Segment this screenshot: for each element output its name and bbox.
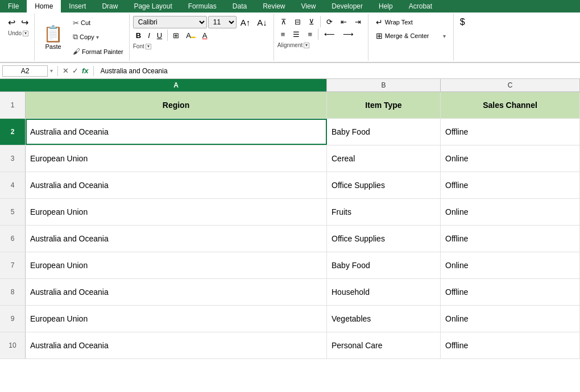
copy-button[interactable]: ⧉ Copy ▾	[71, 31, 126, 43]
align-divider2	[318, 28, 318, 40]
align-middle-button[interactable]: ⊟	[291, 16, 304, 27]
formula-bar-divider	[57, 66, 58, 76]
cell-a3[interactable]: European Union	[26, 145, 327, 172]
align-center-button[interactable]: ☰	[289, 29, 303, 40]
cell-b10[interactable]: Personal Care	[327, 332, 441, 358]
redo-button[interactable]: ↪	[19, 16, 31, 29]
cell-ref-dropdown-icon[interactable]: ▾	[50, 68, 53, 74]
merge-center-label: Merge & Center	[385, 32, 429, 39]
tab-review[interactable]: Review	[255, 0, 293, 12]
bold-button[interactable]: B	[133, 30, 144, 41]
font-name-select[interactable]: Calibri	[133, 16, 207, 28]
font-color-button[interactable]: A	[200, 30, 210, 41]
font-size-select[interactable]: 11	[208, 16, 237, 28]
cancel-icon[interactable]: ✕	[63, 66, 69, 75]
paste-button[interactable]: 📋 Paste	[38, 16, 68, 59]
align-left-button[interactable]: ≡	[277, 29, 289, 40]
cell-b6[interactable]: Office Supplies	[327, 226, 441, 252]
cell-a10[interactable]: Australia and Oceania	[26, 332, 327, 358]
cell-b9[interactable]: Vegetables	[327, 306, 441, 332]
confirm-icon[interactable]: ✓	[72, 66, 78, 75]
col-header-a[interactable]: A	[26, 79, 327, 91]
wrap-text-button[interactable]: ↵ Wrap Text	[372, 16, 450, 28]
cell-a9[interactable]: European Union	[26, 306, 327, 332]
tab-home[interactable]: Home	[27, 0, 61, 12]
formula-input[interactable]	[98, 66, 578, 76]
row-num-6: 6	[0, 226, 26, 252]
col-header-b[interactable]: B	[327, 79, 441, 91]
tab-view[interactable]: View	[293, 0, 324, 12]
tab-page-layout[interactable]: Page Layout	[126, 0, 180, 12]
row-num-8: 8	[0, 279, 26, 305]
cell-b7[interactable]: Baby Food	[327, 252, 441, 278]
cell-b5[interactable]: Fruits	[327, 199, 441, 225]
table-row: 10 Australia and Oceania Personal Care O…	[0, 332, 580, 359]
cell-a2[interactable]: Australia and Oceania	[26, 119, 327, 145]
column-headers: A B C	[0, 79, 580, 92]
indent-decrease-button[interactable]: ⇤	[337, 16, 350, 27]
wrap-merge-group: ↵ Wrap Text ⊞ Merge & Center ▾	[368, 14, 454, 61]
cell-b3[interactable]: Cereal	[327, 145, 441, 172]
cell-a4[interactable]: Australia and Oceania	[26, 172, 327, 198]
tab-draw[interactable]: Draw	[94, 0, 126, 12]
undo-expand-icon[interactable]: ▾	[23, 31, 28, 36]
copy-dropdown-icon[interactable]: ▾	[96, 34, 99, 40]
function-icon[interactable]: fx	[82, 66, 89, 75]
cell-c8[interactable]: Offline	[441, 279, 580, 305]
cell-a8[interactable]: Australia and Oceania	[26, 279, 327, 305]
font-expand-icon[interactable]: ▾	[146, 44, 151, 49]
cut-button[interactable]: ✂ Cut	[71, 18, 126, 28]
cell-c10[interactable]: Offline	[441, 332, 580, 358]
table-row: 4 Australia and Oceania Office Supplies …	[0, 172, 580, 199]
alignment-expand-icon[interactable]: ▾	[304, 43, 309, 48]
cell-b1[interactable]: Item Type	[327, 92, 441, 118]
cell-a1[interactable]: Region	[26, 92, 327, 118]
align-divider1	[320, 16, 321, 27]
currency-button[interactable]: $	[457, 16, 468, 28]
align-bottom-button[interactable]: ⊻	[305, 16, 318, 27]
align-right-button[interactable]: ≡	[304, 29, 316, 40]
cell-c5[interactable]: Online	[441, 199, 580, 225]
borders-button[interactable]: ⊞	[170, 30, 182, 41]
tab-help[interactable]: Help	[371, 0, 401, 12]
cell-c3[interactable]: Online	[441, 145, 580, 172]
table-row: 2 Australia and Oceania Baby Food Offlin…	[0, 119, 580, 145]
merge-dropdown-icon[interactable]: ▾	[443, 33, 446, 39]
tab-formulas[interactable]: Formulas	[180, 0, 225, 12]
col-header-c[interactable]: C	[441, 79, 580, 91]
tab-data[interactable]: Data	[225, 0, 255, 12]
fill-color-button[interactable]: A▬	[183, 30, 198, 41]
cell-reference-input[interactable]: A2	[2, 65, 48, 77]
merge-center-button[interactable]: ⊞ Merge & Center ▾	[372, 30, 450, 42]
ltr-button[interactable]: ⟶	[339, 29, 357, 40]
cell-c1[interactable]: Sales Channel	[441, 92, 580, 118]
cell-a6[interactable]: Australia and Oceania	[26, 226, 327, 252]
align-top-button[interactable]: ⊼	[277, 16, 290, 27]
table-row: 1 Region Item Type Sales Channel	[0, 92, 580, 119]
cell-a5[interactable]: European Union	[26, 199, 327, 225]
cell-c9[interactable]: Online	[441, 306, 580, 332]
cell-b8[interactable]: Household	[327, 279, 441, 305]
underline-button[interactable]: U	[154, 30, 165, 41]
cell-c6[interactable]: Offline	[441, 226, 580, 252]
cell-c7[interactable]: Online	[441, 252, 580, 278]
ribbon-tabs: File Home Insert Draw Page Layout Formul…	[0, 0, 580, 12]
rtl-button[interactable]: ⟵	[321, 29, 338, 40]
cell-c2[interactable]: Offline	[441, 119, 580, 145]
decrease-font-button[interactable]: A↓	[254, 16, 270, 28]
tab-file[interactable]: File	[0, 0, 27, 12]
cell-b4[interactable]: Office Supplies	[327, 172, 441, 198]
tab-insert[interactable]: Insert	[61, 0, 94, 12]
cell-b2[interactable]: Baby Food	[327, 119, 441, 145]
tab-acrobat[interactable]: Acrobat	[401, 0, 440, 12]
indent-increase-button[interactable]: ⇥	[351, 16, 364, 27]
cell-c4[interactable]: Offline	[441, 172, 580, 198]
increase-font-button[interactable]: A↑	[238, 16, 254, 28]
tab-developer[interactable]: Developer	[324, 0, 371, 12]
format-painter-button[interactable]: 🖌 Format Painter	[71, 46, 126, 57]
select-all-button[interactable]	[0, 79, 26, 91]
italic-button[interactable]: I	[145, 30, 153, 41]
undo-button[interactable]: ↩	[6, 16, 18, 29]
cell-a7[interactable]: European Union	[26, 252, 327, 278]
text-direction-button[interactable]: ⟳	[323, 16, 336, 27]
